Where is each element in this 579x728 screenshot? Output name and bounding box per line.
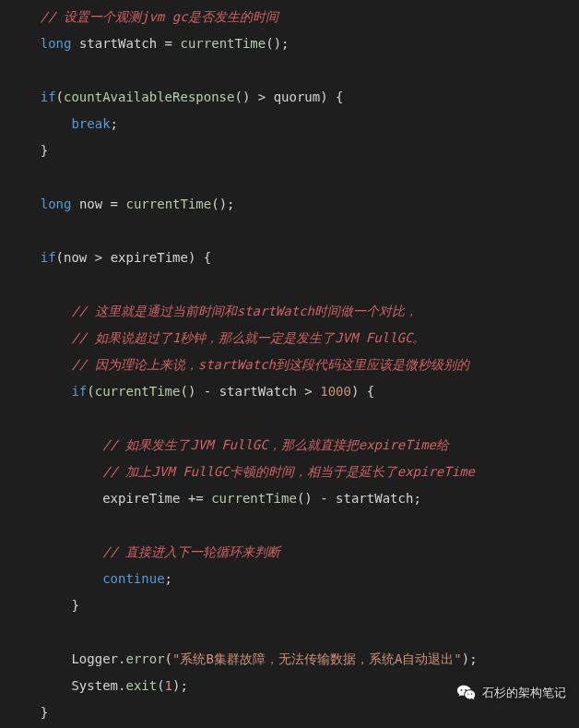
code-line: if(countAvailableResponse() > quorum) { [9, 84, 579, 111]
code-line [9, 619, 579, 646]
comment: // 如果发生了JVM FullGC，那么就直接把expireTime给 [102, 437, 449, 452]
code-line: if(now > expireTime) { [9, 245, 579, 271]
watermark: 石杉的架构笔记 [456, 679, 566, 706]
code-line: break; [9, 111, 579, 137]
code-line: // 因为理论上来说，startWatch到这段代码这里应该是微秒级别的 [9, 352, 579, 378]
code-line: long now = currentTime(); [9, 191, 579, 218]
code-line: if(currentTime() - startWatch > 1000) { [9, 378, 579, 405]
comment: // 因为理论上来说，startWatch到这段代码这里应该是微秒级别的 [71, 357, 469, 372]
code-line [9, 271, 579, 298]
comment: // 如果说超过了1秒钟，那么就一定是发生了JVM FullGC。 [71, 330, 425, 345]
code-line: // 这里就是通过当前时间和startWatch时间做一个对比， [9, 298, 579, 325]
code-line: // 如果说超过了1秒钟，那么就一定是发生了JVM FullGC。 [9, 325, 579, 352]
code-line: // 加上JVM FullGC卡顿的时间，相当于是延长了expireTime [9, 459, 579, 485]
code-line: } [9, 592, 579, 619]
code-line [9, 218, 579, 245]
code-line: // 直接进入下一轮循环来判断 [9, 539, 579, 566]
code-line: long startWatch = currentTime(); [9, 30, 579, 57]
code-line: // 如果发生了JVM FullGC，那么就直接把expireTime给 [9, 432, 579, 459]
code-line: continue; [9, 566, 579, 592]
wechat-icon [456, 683, 477, 703]
comment: // 加上JVM FullGC卡顿的时间，相当于是延长了expireTime [102, 464, 475, 479]
watermark-text: 石杉的架构笔记 [482, 679, 566, 706]
code-line [9, 512, 579, 539]
code-line: // 设置一个观测jvm gc是否发生的时间 [9, 4, 579, 30]
code-line: Logger.error("系统B集群故障，无法传输数据，系统A自动退出"); [9, 646, 579, 673]
code-line [9, 405, 579, 432]
comment: // 这里就是通过当前时间和startWatch时间做一个对比， [71, 304, 418, 318]
comment: // 设置一个观测jvm gc是否发生的时间 [41, 9, 278, 24]
code-block: // 设置一个观测jvm gc是否发生的时间 long startWatch =… [0, 0, 579, 728]
code-line [9, 164, 579, 191]
code-line: } [9, 137, 579, 164]
code-line [9, 57, 579, 84]
comment: // 直接进入下一轮循环来判断 [102, 544, 280, 559]
code-line: expireTime += currentTime() - startWatch… [9, 485, 579, 512]
